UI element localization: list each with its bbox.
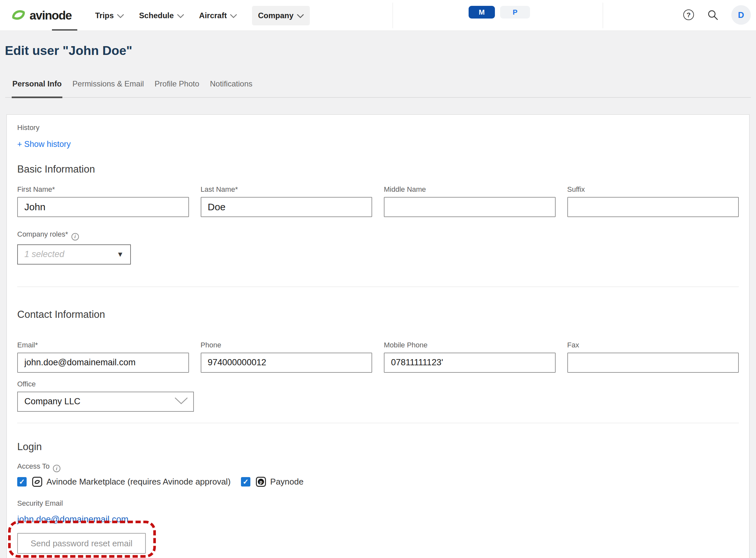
nav-item-label: Aircraft [199, 11, 227, 20]
phone-field[interactable] [201, 353, 373, 373]
office-select[interactable]: Company LLC [17, 391, 194, 412]
personal-info-card: History + Show history Basic Information… [6, 115, 750, 558]
page-title: Edit user "John Doe" [0, 31, 756, 58]
first-name-label: First Name* [17, 185, 189, 194]
chevron-down-icon [174, 397, 188, 406]
brand-name: avinode [30, 9, 72, 22]
suffix-field[interactable] [567, 197, 739, 217]
email-label: Email* [17, 341, 189, 349]
login-heading: Login [17, 441, 739, 453]
nav-item-trips[interactable]: Trips [95, 11, 124, 20]
section-divider [17, 287, 739, 287]
history-label: History [17, 124, 739, 132]
section-divider [17, 423, 739, 423]
office-value: Company LLC [24, 397, 81, 407]
chevron-down-icon [230, 11, 237, 20]
fax-field[interactable] [567, 353, 739, 373]
avinode-marketplace-checkbox[interactable] [17, 477, 27, 486]
access-to-label-text: Access To [17, 462, 50, 470]
company-roles-select[interactable]: 1 selected [17, 245, 131, 264]
nav-item-aircraft[interactable]: Aircraft [199, 11, 237, 20]
help-icon[interactable] [683, 9, 694, 20]
paynode-checkbox[interactable] [241, 477, 250, 486]
nav-item-schedule[interactable]: Schedule [139, 11, 184, 20]
paynode-icon-glyph [258, 479, 264, 485]
last-name-field[interactable] [201, 197, 373, 217]
navbar-divider [603, 3, 603, 28]
paynode-checkbox-label: Paynode [270, 477, 304, 487]
email-field[interactable] [17, 353, 189, 373]
nav-item-label: Trips [95, 11, 114, 20]
page-content: Edit user "John Doe" Personal Info Permi… [0, 31, 756, 558]
basic-information-heading: Basic Information [17, 163, 739, 176]
tab-bar: Personal Info Permissions & Email Profil… [5, 79, 751, 98]
suffix-label: Suffix [567, 185, 739, 194]
nav-item-label: Company [258, 11, 293, 20]
info-icon[interactable] [53, 465, 60, 472]
paynode-checkbox-group: Paynode [241, 477, 304, 487]
avinode-marketplace-checkbox-label: Avinode Marketplace (requires Avinode ap… [47, 477, 231, 487]
top-navbar: avinode Trips Schedule Aircraft Company [0, 0, 756, 31]
show-history-link[interactable]: + Show history [17, 139, 71, 149]
tab-profile-photo[interactable]: Profile Photo [155, 79, 199, 98]
fax-label: Fax [567, 341, 739, 349]
tab-notifications[interactable]: Notifications [210, 79, 253, 98]
basic-labels-row: First Name* Last Name* Middle Name Suffi… [17, 185, 739, 194]
avinode-marketplace-icon [32, 477, 42, 487]
user-avatar[interactable]: D [731, 5, 751, 25]
access-to-label: Access To [17, 462, 739, 473]
chevron-down-icon [117, 11, 124, 20]
chevron-down-icon [177, 11, 184, 20]
avinode-logo[interactable]: avinode [11, 0, 72, 31]
company-roles-label: Company roles* [17, 230, 739, 240]
middle-name-field[interactable] [384, 197, 556, 217]
nav-active-indicator [52, 29, 77, 30]
contact-labels-row: Email* Phone Mobile Phone Fax [17, 341, 739, 349]
first-name-field[interactable] [17, 197, 189, 217]
send-password-reset-button[interactable]: Send password reset email [17, 533, 146, 554]
search-icon[interactable] [707, 9, 718, 21]
nav-item-company[interactable]: Company [252, 6, 309, 25]
mobile-phone-field[interactable] [384, 353, 556, 373]
middle-name-label: Middle Name [384, 185, 556, 194]
tab-personal-info[interactable]: Personal Info [12, 79, 62, 98]
navbar-divider [393, 3, 393, 28]
mobile-phone-label: Mobile Phone [384, 341, 556, 349]
info-icon[interactable] [72, 233, 79, 240]
company-roles-value: 1 selected [24, 249, 64, 259]
office-label: Office [17, 380, 739, 388]
marketplace-workspace-button[interactable]: M [468, 6, 495, 19]
basic-inputs-row [17, 197, 739, 217]
access-checkbox-row: Avinode Marketplace (requires Avinode ap… [17, 477, 739, 487]
phone-label: Phone [201, 341, 373, 349]
security-email-label: Security Email [17, 499, 739, 508]
caret-down-icon [116, 250, 124, 259]
last-name-label: Last Name* [201, 185, 373, 194]
paynode-workspace-button[interactable]: P [500, 6, 530, 19]
main-nav: Trips Schedule Aircraft Company [95, 0, 310, 31]
security-email-link[interactable]: john.doe@domainemail.com [17, 514, 129, 525]
contact-inputs-row [17, 353, 739, 373]
paynode-icon [256, 477, 266, 487]
company-roles-label-text: Company roles* [17, 230, 68, 238]
nav-item-label: Schedule [139, 11, 174, 20]
contact-information-heading: Contact Information [17, 308, 739, 321]
chevron-down-icon [297, 11, 304, 20]
tab-permissions-email[interactable]: Permissions & Email [73, 79, 144, 98]
avinode-logo-icon [11, 8, 26, 23]
